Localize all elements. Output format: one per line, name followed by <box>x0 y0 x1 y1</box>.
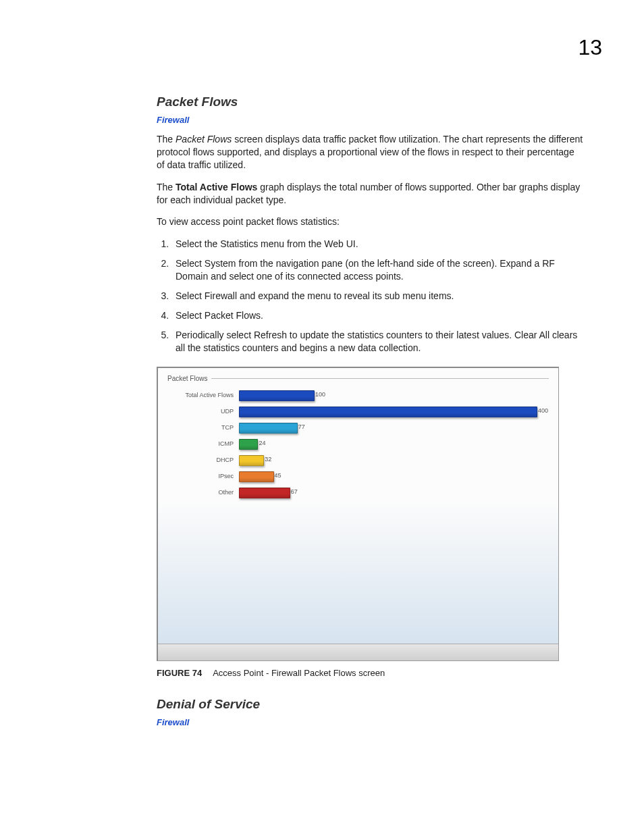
text-bold: Firewall <box>205 290 237 301</box>
text: Select the <box>176 238 220 249</box>
chapter-number: 13 <box>578 35 602 60</box>
list-item: Select System from the navigation pane (… <box>171 257 585 283</box>
chart-bar <box>239 471 274 482</box>
divider <box>211 378 549 379</box>
text: menu from the Web UI. <box>258 238 358 249</box>
text: Select <box>176 258 205 269</box>
chart-group-header: Packet Flows <box>167 375 549 382</box>
chart-value-label: 100 <box>315 391 325 398</box>
chart-row-label: TCP <box>170 424 239 431</box>
text-bold: Clear All <box>514 330 549 340</box>
ordered-steps: Select the Statistics menu from the Web … <box>157 238 585 354</box>
paragraph: The Total Active Flows graph displays th… <box>157 181 585 207</box>
list-item: Select Packet Flows. <box>171 309 585 322</box>
chart-value-label: 400 <box>538 407 548 414</box>
figure-caption-text: Access Point - Firewall Packet Flows scr… <box>213 668 385 678</box>
chart-bar-cell: 24 <box>239 438 549 449</box>
chart-bar-cell: 32 <box>239 454 549 465</box>
chart-row: Total Active Flows100 <box>170 389 549 401</box>
chart-row-label: ICMP <box>170 440 239 447</box>
chart-row-label: Total Active Flows <box>170 392 239 398</box>
chart-bar-cell: 77 <box>239 422 549 433</box>
section-heading-packet-flows: Packet Flows <box>157 95 585 109</box>
text: and expand the menu to reveal its sub me… <box>237 290 454 301</box>
text: Select <box>176 310 205 321</box>
chart-row-label: UDP <box>170 408 239 415</box>
chart-row: DHCP32 <box>170 454 549 466</box>
chart-row: Other67 <box>170 486 549 498</box>
chart-bar-cell: 45 <box>239 471 549 481</box>
figure: Packet Flows Total Active Flows100UDP400… <box>157 367 585 678</box>
chart-bar <box>239 423 298 434</box>
text: Periodically select <box>176 330 254 340</box>
chart-row-label: Other <box>170 489 239 496</box>
text: . <box>261 310 263 321</box>
text: to update the statistics counters to the… <box>287 330 514 340</box>
chart-bar-cell: 400 <box>239 406 549 417</box>
breadcrumb-link-firewall[interactable]: Firewall <box>157 717 585 727</box>
chart-bar-cell: 100 <box>239 390 549 400</box>
page: 13 Packet Flows Firewall The Packet Flow… <box>0 0 644 834</box>
chart-row: ICMP24 <box>170 438 549 450</box>
text-bold: Statistics <box>220 238 258 249</box>
list-item: Periodically select Refresh to update th… <box>171 329 585 355</box>
paragraph: The Packet Flows screen displays data tr… <box>157 133 585 172</box>
chart-value-label: 45 <box>275 472 281 479</box>
chart-bar-cell: 67 <box>239 487 549 498</box>
figure-screenshot: Packet Flows Total Active Flows100UDP400… <box>157 367 559 661</box>
text: The <box>157 182 176 192</box>
section-heading-denial-of-service: Denial of Service <box>157 697 585 712</box>
text-bold: System <box>205 258 236 269</box>
chart-bar <box>239 439 258 450</box>
chart-row: IPsec45 <box>170 470 549 482</box>
chart-value-label: 24 <box>259 440 265 446</box>
chart-row-label: DHCP <box>170 457 239 463</box>
chart-row-label: IPsec <box>170 473 239 479</box>
chart-row: TCP77 <box>170 421 549 434</box>
chart-row: UDP400 <box>170 405 549 417</box>
chart-bar <box>239 390 315 401</box>
chart-body: Total Active Flows100UDP400TCP77ICMP24DH… <box>167 389 549 498</box>
text: Select <box>176 290 205 301</box>
chart-bar <box>239 488 290 498</box>
text-bold: Total Active Flows <box>176 182 257 192</box>
chart-title: Packet Flows <box>167 375 211 382</box>
status-bar <box>158 644 558 660</box>
text-bold: Refresh <box>254 330 287 340</box>
text-bold: Packet Flows <box>205 310 261 321</box>
breadcrumb-link-firewall[interactable]: Firewall <box>157 115 585 125</box>
chart-value-label: 32 <box>265 456 271 463</box>
chart-value-label: 77 <box>298 423 305 430</box>
text-emphasis: Packet Flows <box>176 134 232 145</box>
chart-bar <box>239 407 537 417</box>
figure-caption: FIGURE 74Access Point - Firewall Packet … <box>157 668 585 678</box>
text: The <box>157 134 176 145</box>
figure-label: FIGURE 74 <box>157 668 202 678</box>
chart-bar <box>239 455 264 466</box>
list-item: Select Firewall and expand the menu to r… <box>171 290 585 303</box>
paragraph: To view access point packet flows statis… <box>157 215 585 228</box>
chart-value-label: 67 <box>291 488 298 495</box>
list-item: Select the Statistics menu from the Web … <box>171 238 585 251</box>
